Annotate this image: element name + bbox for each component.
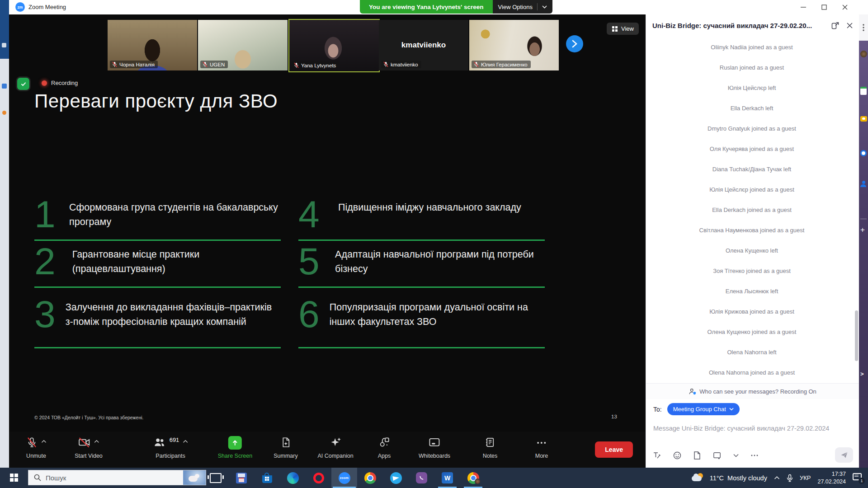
chat-scrollbar[interactable]: [855, 310, 858, 361]
chrome-icon: [364, 472, 376, 484]
participant-name: Юлия Герасименко: [481, 62, 528, 67]
taskbar-search[interactable]: Пошук: [28, 470, 206, 485]
send-message-button[interactable]: [835, 447, 853, 463]
start-button[interactable]: [10, 474, 18, 482]
notes-button[interactable]: Notes: [483, 436, 498, 459]
emoji-icon[interactable]: [673, 451, 682, 460]
search-placeholder: Пошук: [46, 474, 66, 482]
unmute-button[interactable]: Unmute: [26, 436, 47, 459]
pop-out-icon[interactable]: [831, 22, 839, 29]
chat-system-message: Елена Лысянюк left: [651, 281, 852, 301]
sidebar-add-icon[interactable]: +: [860, 226, 865, 234]
opera-icon: [313, 473, 324, 483]
video-tile[interactable]: UGEN: [198, 20, 288, 70]
sidebar-app-icon[interactable]: [860, 116, 867, 122]
ai-companion-button[interactable]: AI Companion: [317, 436, 353, 459]
chevron-up-icon[interactable]: [94, 440, 99, 443]
taskbar-app-chrome[interactable]: [357, 468, 383, 488]
taskbar-app-chrome-profile[interactable]: [460, 468, 486, 488]
keyboard-language[interactable]: УКР: [800, 474, 811, 481]
taskbar-app-word[interactable]: W: [434, 468, 460, 488]
more-button[interactable]: More: [535, 436, 548, 459]
taskbar-app-viber[interactable]: [409, 468, 434, 488]
kebab-menu-icon[interactable]: [863, 24, 864, 31]
slide-item-number: 4: [298, 199, 328, 239]
unmute-label: Unmute: [26, 453, 46, 459]
view-layout-button[interactable]: View: [607, 23, 639, 35]
background-mark: [2, 111, 6, 115]
taskbar-app-opera[interactable]: [306, 468, 331, 488]
sidebar-app-icon[interactable]: [860, 150, 867, 156]
divider: [537, 3, 538, 10]
taskbar-app-zoom[interactable]: zoom: [331, 468, 357, 488]
participants-count: 691: [170, 436, 179, 443]
close-icon: [842, 5, 848, 10]
apps-button[interactable]: Apps: [378, 436, 391, 459]
minimize-button[interactable]: [793, 0, 814, 14]
more-options-icon[interactable]: [750, 451, 759, 460]
format-text-icon[interactable]: [652, 451, 661, 460]
start-video-button[interactable]: Start Video: [75, 436, 103, 459]
attach-file-icon[interactable]: [693, 451, 701, 460]
close-button[interactable]: [835, 0, 855, 14]
weather-condition: Mostly cloudy: [727, 474, 767, 482]
tray-mic-icon[interactable]: [787, 474, 793, 482]
taskbar-app-floppy[interactable]: [228, 468, 254, 488]
leave-button[interactable]: Leave: [595, 441, 633, 458]
chevron-down-icon[interactable]: [733, 454, 739, 457]
weather-widget[interactable]: 11°C Mostly cloudy: [692, 473, 767, 483]
slide-item-text: Гарантоване місце практики (працевлаштув…: [72, 246, 281, 286]
video-tile-active-speaker[interactable]: Yana Lytvynets: [288, 19, 380, 72]
taskbar-clock[interactable]: 17:37 27.02.2024: [817, 470, 846, 486]
taskbar-app-telegram[interactable]: [383, 468, 409, 488]
summary-button[interactable]: Summary: [274, 436, 297, 459]
zoom-icon: zoom: [339, 472, 350, 484]
slide-item-number: 2: [34, 246, 62, 286]
chat-message-list[interactable]: Oliinyk Nadiia joined as a guest Ruslan …: [651, 37, 852, 383]
more-label: More: [535, 453, 548, 459]
mic-muted-icon: [383, 61, 388, 67]
tray-chevron-up-icon[interactable]: [774, 476, 780, 480]
slide-item: 3 Залучення до викладання фахівців–практ…: [34, 299, 281, 348]
video-tile-no-video[interactable]: kmatviienko kmatviienko: [379, 20, 468, 70]
chat-system-message: Зоя Тітенко joined as a guest: [651, 261, 852, 281]
video-tile[interactable]: Чорна Наталія: [108, 20, 197, 70]
windows-taskbar: Пошук zoom W 11°C Mostly cloudy: [0, 468, 868, 488]
screenshot-icon[interactable]: [712, 451, 722, 460]
sidebar-expand-icon[interactable]: >: [860, 371, 864, 377]
share-screen-button[interactable]: Share Screen: [218, 436, 252, 459]
taskbar-app-edge[interactable]: [280, 468, 306, 488]
meeting-security-shield-icon[interactable]: [17, 78, 29, 90]
recipient-selector[interactable]: Meeting Group Chat: [667, 403, 740, 415]
task-view-button[interactable]: [203, 468, 228, 488]
maximize-button[interactable]: [814, 0, 835, 14]
participants-icon: [153, 436, 166, 449]
background-window-sliver: [0, 0, 9, 468]
video-tile[interactable]: Юлия Герасименко: [469, 20, 559, 70]
notification-center-button[interactable]: 1: [853, 473, 863, 483]
next-participants-button[interactable]: [566, 35, 583, 52]
slide-item: 6 Популяризація програми дуальної освіти…: [298, 299, 545, 348]
notes-icon: [484, 436, 496, 449]
chat-message-input[interactable]: Message Uni-Biz Bridge: сучасний виклада…: [653, 425, 848, 432]
sidebar-avatar[interactable]: [860, 51, 867, 57]
participant-name-tag: Чорна Наталія: [110, 61, 158, 68]
sidebar-contact-icon[interactable]: [860, 181, 867, 187]
ai-companion-label: AI Companion: [317, 453, 353, 459]
calendar-icon[interactable]: [860, 87, 867, 95]
view-options-button[interactable]: View Options: [493, 0, 552, 14]
sidebar-top: [859, 14, 868, 41]
chevron-up-icon[interactable]: [183, 440, 188, 443]
whiteboards-button[interactable]: Whiteboards: [419, 436, 450, 459]
chevron-up-icon[interactable]: [42, 440, 47, 443]
background-window-edge: [0, 0, 9, 59]
close-chat-icon[interactable]: [846, 22, 853, 29]
weather-icon: [692, 473, 705, 483]
slide-item-number: 6: [298, 299, 320, 347]
window-title: Zoom Meeting: [28, 4, 66, 10]
participants-button[interactable]: 691 Participants: [153, 436, 188, 459]
recipient-name: Meeting Group Chat: [673, 406, 726, 413]
notification-badge: 1: [859, 478, 865, 484]
taskbar-app-store[interactable]: [254, 468, 280, 488]
slide-item-text: Підвищення іміджу навчального закладу: [338, 199, 521, 239]
